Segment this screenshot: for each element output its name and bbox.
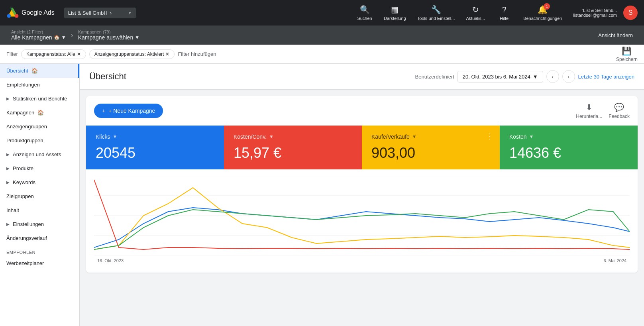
metric-kosten-conv-value: 15,97 €	[234, 145, 352, 161]
nav-tool-hilfe-label: Hilfe	[500, 16, 509, 21]
sidebar-item-anzeigengruppen[interactable]: Anzeigengruppen	[0, 120, 79, 134]
feedback-button[interactable]: 💬 Feedback	[609, 102, 630, 119]
metric-more-icon[interactable]: ⋮	[486, 132, 493, 141]
date-picker[interactable]: 20. Okt. 2023 bis 6. Mai 2024 ▼	[457, 71, 543, 82]
sidebar-item-statistiken[interactable]: ▶ Statistiken und Berichte	[0, 92, 79, 106]
google-ads-icon	[6, 6, 19, 19]
sidebar-item-werbezeitplaner[interactable]: Werbezeitplaner	[0, 256, 79, 270]
keywords-label: Keywords	[13, 179, 35, 185]
filter-chip-anzeigengruppe[interactable]: Anzeigengruppenstatus: Aktiviert ✕	[89, 49, 175, 59]
sidebar-item-einstellungen[interactable]: ▶ Einstellungen	[0, 217, 79, 231]
expand-icon-keywords: ▶	[6, 180, 10, 185]
produkte-label: Produkte	[13, 165, 33, 171]
filter-chip-remove-icon[interactable]: ✕	[77, 51, 81, 57]
save-area: 💾 Speichern	[616, 46, 638, 62]
metric-kosten-conv[interactable]: Kosten/Conv. ▼ 15,97 €	[224, 126, 362, 169]
herunterladen-button[interactable]: ⬇ Herunterla...	[576, 102, 602, 119]
google-ads-logo[interactable]: Google Ads	[6, 6, 55, 19]
svg-point-3	[7, 14, 11, 18]
filter-bar: Filter Kampagnenstatus: Alle ✕ Anzeigeng…	[0, 45, 644, 64]
account-arrow: ›	[110, 10, 112, 16]
sidebar-item-empfehlungen[interactable]: Empfehlungen	[0, 78, 79, 92]
chart-labels: 16. Okt. 2023 6. Mai 2024	[94, 257, 630, 266]
card-actions: ⬇ Herunterla... 💬 Feedback	[576, 102, 630, 119]
chart-container: 16. Okt. 2023 6. Mai 2024	[86, 169, 638, 273]
sidebar-item-keywords[interactable]: ▶ Keywords	[0, 175, 79, 189]
filter-chip-remove2-icon[interactable]: ✕	[165, 51, 169, 57]
nav-tool-benachrichtigungen[interactable]: 🔔 1 Benachrichti­gungen	[518, 2, 567, 23]
metric-klicks-dropdown[interactable]: ▼	[113, 134, 118, 139]
sidebar-item-produktgruppen[interactable]: Produktgruppen	[0, 134, 79, 147]
chart-line-kosten-conv	[94, 180, 630, 249]
account-user-info: 'List & Sell Gmb... listandsell@gmail.co…	[573, 8, 617, 18]
expand-icon-anzeigen: ▶	[6, 152, 10, 157]
metric-kosten-dropdown[interactable]: ▼	[529, 134, 534, 139]
user-avatar[interactable]: S	[623, 6, 638, 20]
main-content: Übersicht Benutzerdefiniert 20. Okt. 202…	[80, 64, 644, 326]
zielgruppen-label: Zielgruppen	[6, 193, 34, 199]
logo-area: Google Ads	[6, 6, 55, 19]
logo-text: Google Ads	[22, 9, 55, 16]
nav-tool-darstellung[interactable]: ▦ Darstellung	[379, 2, 411, 23]
breadcrumb-view[interactable]: Ansicht (2 Filter) Alle Kampagnen 🏠 ▼	[6, 28, 71, 42]
chart-end-label: 6. Mai 2024	[604, 258, 626, 263]
metric-kaeufe[interactable]: Käufe/Verkäufe ▼ 903,00 ⋮	[362, 126, 500, 169]
chart-svg	[94, 176, 630, 255]
expand-icon-statistiken: ▶	[6, 96, 10, 101]
metric-kaeufe-dropdown[interactable]: ▼	[412, 134, 417, 139]
metric-kosten[interactable]: Kosten ▼ 14636 €	[500, 126, 638, 169]
expand-icon-einstellungen: ▶	[6, 222, 10, 226]
nav-tools: 🔍 Suchen ▦ Darstellung 🔧 Tools und Einst…	[352, 2, 567, 23]
account-selector[interactable]: List & Sell GmbH › ▼	[64, 8, 136, 18]
search-icon: 🔍	[360, 5, 370, 14]
sidebar-item-inhalt[interactable]: Inhalt	[0, 203, 79, 217]
last-30-link[interactable]: Letzte 30 Tage anzeigen	[578, 74, 634, 80]
breadcrumb-campaigns[interactable]: Kampagnen (79) Kampagne auswählen ▼	[73, 28, 144, 42]
neue-kampagne-icon: +	[102, 108, 105, 114]
sidebar-item-uebersicht[interactable]: Übersicht 🏠	[0, 64, 79, 78]
save-icon[interactable]: 💾	[622, 46, 632, 56]
campaigns-value: Kampagne auswählen	[78, 34, 134, 41]
top-navigation: Google Ads List & Sell GmbH › ▼ 🔍 Suchen…	[0, 0, 644, 26]
metric-kaeufe-header: Käufe/Verkäufe ▼	[371, 134, 490, 140]
date-prev-button[interactable]: ‹	[546, 70, 559, 83]
page-header: Übersicht Benutzerdefiniert 20. Okt. 202…	[80, 64, 644, 90]
metric-klicks-value: 20545	[96, 145, 214, 161]
sidebar-item-anzeigen[interactable]: ▶ Anzeigen und Assets	[0, 147, 79, 161]
empfehlungen-label: Empfehlungen	[6, 82, 40, 88]
kampagnen-label: Kampagnen	[6, 110, 34, 116]
sidebar-item-zielgruppen[interactable]: Zielgruppen	[0, 189, 79, 203]
nav-tool-hilfe[interactable]: ? Hilfe	[491, 3, 517, 23]
neue-kampagne-button[interactable]: + + Neue Kampagne	[94, 104, 163, 118]
add-filter-button[interactable]: Filter hinzufügen	[178, 51, 216, 57]
nav-tool-aktualisieren[interactable]: ↻ Aktualis...	[461, 2, 490, 23]
account-name: List & Sell GmbH	[68, 10, 108, 16]
sidebar-item-aenderungsverlauf[interactable]: Änderungsverlauf	[0, 231, 79, 245]
feedback-icon: 💬	[614, 102, 624, 112]
metric-kosten-conv-header: Kosten/Conv. ▼	[234, 134, 352, 140]
view-value: Alle Kampagnen	[11, 34, 52, 41]
date-next-button[interactable]: ›	[562, 70, 575, 83]
nav-tool-suchen[interactable]: 🔍 Suchen	[352, 2, 377, 23]
date-label: Benutzerdefiniert	[415, 74, 454, 80]
home-icon: 🏠	[31, 68, 38, 74]
date-range-text: 20. Okt. 2023 bis 6. Mai 2024	[463, 74, 530, 80]
nav-tool-darstellung-label: Darstellung	[384, 16, 406, 21]
metric-kosten-conv-name: Kosten/Conv.	[234, 134, 267, 140]
refresh-icon: ↻	[472, 5, 479, 14]
view-label: Ansicht (2 Filter)	[11, 29, 66, 34]
save-label: Speichern	[616, 57, 638, 62]
metrics-row: Klicks ▼ 20545 Kosten/Conv. ▼ 15,97 € Kä…	[86, 126, 638, 169]
nav-tool-benachrichtigungen-label: Benachrichti­gungen	[523, 16, 562, 21]
nav-tool-tools[interactable]: 🔧 Tools und Einstell...	[412, 2, 460, 23]
filter-chip-kampagnenstatus[interactable]: Kampagnenstatus: Alle ✕	[21, 49, 86, 59]
user-email: listandsell@gmail.com	[573, 13, 617, 18]
metric-klicks[interactable]: Klicks ▼ 20545	[86, 126, 224, 169]
sidebar-item-produkte[interactable]: ▶ Produkte	[0, 161, 79, 175]
notification-badge: 1	[544, 3, 550, 10]
metric-kaeufe-value: 903,00	[371, 145, 490, 161]
help-icon: ?	[502, 5, 507, 14]
change-view-button[interactable]: Ansicht ändern	[593, 30, 638, 41]
sidebar-item-kampagnen[interactable]: Kampagnen 🏠	[0, 106, 79, 120]
metric-kosten-conv-dropdown[interactable]: ▼	[269, 134, 274, 139]
